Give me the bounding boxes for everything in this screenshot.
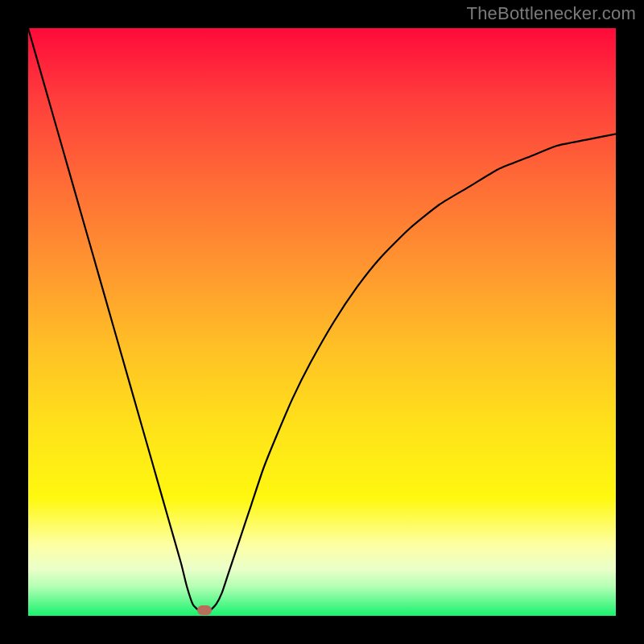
watermark-text: TheBottlenecker.com [467,3,636,24]
bottleneck-curve [28,28,616,616]
minimum-marker [197,605,212,615]
chart-frame: TheBottlenecker.com [0,0,644,644]
plot-area [28,28,616,616]
